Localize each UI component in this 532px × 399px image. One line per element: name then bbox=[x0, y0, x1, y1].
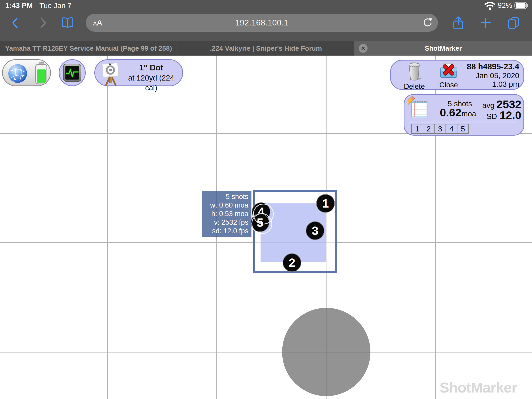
close-icon bbox=[361, 46, 365, 50]
group-width-line: w: 0.60 moa bbox=[202, 201, 248, 210]
session-name: 88 h4895-23.4 bbox=[454, 62, 519, 71]
chevron-right-icon bbox=[39, 17, 48, 29]
grid-line bbox=[0, 352, 532, 353]
grid-line bbox=[107, 56, 108, 399]
tab-yamaha-manual[interactable]: Yamaha TT-R125EY Service Manual (Page 99… bbox=[0, 41, 177, 56]
shot-cell-1[interactable]: 1 bbox=[411, 124, 423, 134]
shot-cell-5[interactable]: 5 bbox=[457, 124, 469, 134]
target-select-button[interactable]: 1" Dot at 120yd (224 cal) bbox=[94, 59, 183, 86]
divider bbox=[409, 122, 516, 122]
group-size-unit: moa bbox=[462, 110, 476, 118]
sd-label: SD bbox=[487, 112, 497, 121]
tabs-icon bbox=[507, 17, 520, 29]
group-sd-line: sd: 12.0 fps bbox=[202, 227, 248, 235]
target-name: 1" Dot bbox=[124, 63, 179, 73]
plus-icon bbox=[480, 17, 492, 29]
tab-title: ShotMarker bbox=[425, 44, 462, 52]
share-icon bbox=[452, 16, 464, 30]
session-date: Jan 05, 2020 bbox=[454, 71, 519, 80]
battery-percent: 92% bbox=[498, 1, 512, 10]
shotmarker-app: 1:43 PMTue Jan 7 92% bbox=[0, 0, 532, 399]
address-bar[interactable]: AA 192.168.100.1 bbox=[86, 14, 438, 32]
target-sign-icon bbox=[99, 61, 123, 86]
target-button-text: 1" Dot at 120yd (224 cal) bbox=[124, 63, 179, 93]
wifi-icon bbox=[484, 1, 496, 10]
group-stats-label: 5 shots w: 0.60 moa h: 0.53 moa v: 2532 … bbox=[202, 191, 251, 237]
tab-bar: Yamaha TT-R125EY Service Manual (Page 99… bbox=[0, 41, 532, 56]
network-globe-icon bbox=[8, 63, 28, 84]
close-tab-button[interactable] bbox=[359, 44, 368, 53]
target-detail: at 120yd (224 cal) bbox=[124, 73, 179, 93]
date: Tue Jan 7 bbox=[39, 2, 71, 10]
trash-icon bbox=[407, 62, 422, 81]
group-size: 0.62moa bbox=[420, 106, 476, 119]
shot-marker-3[interactable]: 3 bbox=[306, 221, 324, 240]
shot-marker-2[interactable]: 2 bbox=[283, 253, 301, 272]
delete-button[interactable]: Delete bbox=[399, 62, 430, 91]
refresh-icon[interactable] bbox=[422, 17, 433, 28]
browser-chrome: 1:43 PMTue Jan 7 92% bbox=[0, 0, 532, 41]
shot-cell-2[interactable]: 2 bbox=[423, 124, 435, 134]
tab-title: Yamaha TT-R125EY Service Manual (Page 99… bbox=[5, 44, 172, 52]
battery-icon bbox=[514, 2, 529, 9]
battery-level-icon bbox=[35, 62, 48, 85]
hit-monitor-button[interactable] bbox=[59, 59, 86, 86]
group-velocity-line: v: 2532 fps bbox=[202, 218, 248, 227]
pulse-monitor-icon bbox=[63, 63, 82, 82]
forward-button[interactable] bbox=[36, 16, 50, 30]
shot-cell-4[interactable]: 4 bbox=[445, 124, 457, 134]
shot-cell-3[interactable]: 3 bbox=[434, 124, 446, 134]
status-indicators: 92% bbox=[484, 1, 529, 10]
session-panel: Delete Close 88 h4895-23.4 Jan 05, 2020 … bbox=[390, 60, 524, 90]
connection-status-button[interactable] bbox=[2, 59, 51, 86]
sd-velocity: SD12.0 bbox=[479, 109, 521, 122]
session-time: 1:03 pm bbox=[454, 80, 519, 89]
book-icon bbox=[61, 17, 74, 29]
group-shots-line: 5 shots bbox=[202, 192, 248, 201]
new-tab-button[interactable] bbox=[479, 16, 493, 30]
shot-number-row: 1 2 3 4 5 bbox=[411, 124, 469, 134]
session-info: 88 h4895-23.4 Jan 05, 2020 1:03 pm bbox=[454, 62, 519, 89]
share-button[interactable] bbox=[451, 16, 465, 30]
status-time: 1:43 PMTue Jan 7 bbox=[5, 2, 71, 10]
back-button[interactable] bbox=[8, 16, 22, 30]
shot-number: 1 bbox=[322, 196, 329, 210]
shot-number: 3 bbox=[312, 224, 318, 238]
shot-marker-1[interactable]: 1 bbox=[316, 194, 335, 213]
chevron-left-icon bbox=[11, 17, 19, 29]
tab-sniper-forum[interactable]: .224 Valkyrie | Sniper's Hide Forum bbox=[177, 41, 355, 56]
tab-overview-button[interactable] bbox=[507, 16, 520, 30]
group-stats-panel: 5 shots 0.62moa avg2532 SD12.0 1 2 3 4 5 bbox=[404, 94, 524, 136]
bookmarks-button[interactable] bbox=[61, 16, 74, 30]
delete-label: Delete bbox=[399, 82, 430, 91]
group-height-line: h: 0.53 moa bbox=[202, 210, 248, 218]
shot-number: 2 bbox=[289, 256, 295, 270]
reader-mode-button[interactable]: AA bbox=[93, 18, 102, 28]
sd-value: 12.0 bbox=[500, 109, 521, 122]
watermark: ShotMarker bbox=[440, 379, 517, 396]
clock: 1:43 PM bbox=[5, 2, 33, 10]
target-bull-circle bbox=[282, 308, 370, 396]
tab-title: .224 Valkyrie | Sniper's Hide Forum bbox=[210, 44, 322, 52]
url-text: 192.168.100.1 bbox=[86, 18, 438, 28]
group-size-value: 0.62 bbox=[440, 106, 462, 119]
bullet-hole-ring bbox=[251, 213, 272, 234]
tab-shotmarker[interactable]: ShotMarker bbox=[355, 41, 532, 56]
